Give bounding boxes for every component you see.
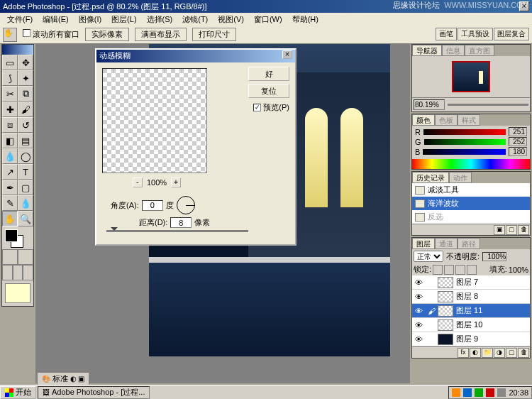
layer-row[interactable]: 👁🖌图层 11 — [412, 304, 530, 318]
tab-navigator[interactable]: 导航器 — [412, 45, 442, 56]
tab-swatches[interactable]: 色板 — [435, 114, 458, 126]
lock-transparency[interactable] — [433, 265, 443, 275]
hand-tool-icon[interactable]: ✋ — [3, 28, 17, 42]
history-item[interactable]: 海洋波纹 — [412, 197, 530, 210]
marquee-tool[interactable]: ▭ — [2, 55, 18, 70]
quick-mask-toggle[interactable] — [2, 249, 33, 265]
fill-input[interactable]: 100% — [509, 266, 528, 274]
doc-mode-indicator[interactable]: 🎨 标准 ◐ ▣ — [37, 372, 89, 386]
layer-row[interactable]: 👁图层 9 — [412, 332, 530, 346]
tab-layer-comps[interactable]: 图层复合 — [494, 28, 529, 40]
tab-layers[interactable]: 图层 — [412, 238, 435, 249]
path-tool[interactable]: ↗ — [2, 164, 18, 180]
healing-tool[interactable]: ✚ — [2, 102, 18, 117]
tray-icon[interactable] — [452, 388, 460, 397]
navigator-zoom-slider[interactable] — [448, 104, 528, 106]
wand-tool[interactable]: ✦ — [18, 70, 33, 86]
type-tool[interactable]: T — [18, 164, 33, 180]
menu-help[interactable]: 帮助(H) — [288, 13, 323, 26]
blur-tool[interactable]: 💧 — [2, 148, 18, 164]
tab-history[interactable]: 历史记录 — [412, 172, 449, 183]
filter-preview[interactable] — [102, 68, 207, 173]
history-item[interactable]: 减淡工具 — [412, 183, 530, 197]
history-brush-tool[interactable]: ↺ — [18, 117, 33, 133]
new-document-button[interactable]: ▢ — [506, 225, 517, 235]
shape-tool[interactable]: ▢ — [18, 180, 33, 195]
lock-all[interactable] — [467, 265, 477, 275]
tab-histogram[interactable]: 直方图 — [465, 45, 494, 56]
lock-image[interactable] — [444, 265, 454, 275]
opacity-input[interactable]: 100% — [482, 252, 506, 261]
new-set-button[interactable]: 📁 — [482, 348, 493, 358]
visibility-toggle[interactable]: 👁 — [412, 278, 425, 287]
lasso-tool[interactable]: ⟆ — [2, 70, 18, 86]
layer-mask-button[interactable]: ◐ — [470, 348, 481, 358]
actual-pixels-button[interactable]: 实际像素 — [85, 28, 129, 41]
color-ramp[interactable] — [412, 159, 530, 169]
foreground-background-colors[interactable] — [2, 226, 33, 249]
move-tool[interactable]: ✥ — [18, 55, 33, 70]
delete-history-button[interactable]: 🗑 — [518, 225, 529, 235]
visibility-toggle[interactable]: 👁 — [412, 293, 425, 301]
zoom-in-button[interactable]: + — [171, 177, 181, 187]
blend-mode-select[interactable]: 正常 — [414, 251, 443, 262]
dialog-close-button[interactable]: × — [282, 50, 292, 59]
tray-icon[interactable] — [497, 388, 506, 397]
b-slider[interactable] — [423, 149, 506, 155]
tray-icon[interactable] — [475, 388, 483, 397]
angle-dial[interactable] — [177, 196, 195, 214]
print-size-button[interactable]: 打印尺寸 — [192, 28, 236, 41]
dodge-tool[interactable]: ◯ — [18, 148, 33, 164]
new-snapshot-button[interactable]: ▣ — [494, 225, 505, 235]
taskbar-task[interactable]: 🖼 Adobe Photoshop - [过程... — [38, 386, 150, 399]
eraser-tool[interactable]: ◧ — [2, 133, 18, 148]
eyedropper-tool[interactable]: 💧 — [18, 195, 33, 211]
brush-tool[interactable]: 🖌 — [18, 102, 33, 117]
layer-style-button[interactable]: fx — [458, 348, 469, 358]
visibility-toggle[interactable]: 👁 — [412, 335, 425, 344]
menu-edit[interactable]: 编辑(E) — [38, 13, 73, 26]
pen-tool[interactable]: ✒ — [2, 180, 18, 195]
system-tray[interactable]: 20:38 — [448, 386, 532, 399]
menu-select[interactable]: 选择(S) — [143, 13, 177, 26]
layer-row[interactable]: 👁图层 10 — [412, 318, 530, 332]
navigator-zoom[interactable]: 80.19% — [414, 99, 445, 110]
foreground-color-swatch[interactable] — [5, 229, 18, 242]
g-value[interactable]: 252 — [509, 137, 527, 146]
tab-brushes[interactable]: 画笔 — [436, 28, 457, 40]
tab-info[interactable]: 信息 — [442, 45, 465, 56]
visibility-toggle[interactable]: 👁 — [412, 307, 425, 315]
r-value[interactable]: 251 — [509, 127, 527, 136]
zoom-tool[interactable]: 🔍 — [18, 211, 33, 226]
scroll-all-checkbox[interactable]: 滚动所有窗口 — [23, 29, 79, 40]
delete-layer-button[interactable]: 🗑 — [518, 348, 529, 358]
distance-slider[interactable] — [106, 230, 248, 232]
lock-position[interactable] — [455, 265, 465, 275]
menu-view[interactable]: 视图(V) — [214, 13, 248, 26]
tab-color[interactable]: 颜色 — [412, 114, 435, 126]
g-slider[interactable] — [424, 139, 506, 145]
gradient-tool[interactable]: ▤ — [18, 133, 33, 148]
r-slider[interactable] — [423, 129, 506, 135]
cancel-button[interactable]: 复位 — [248, 84, 289, 98]
distance-input[interactable] — [170, 217, 192, 228]
ok-button[interactable]: 好 — [248, 67, 289, 81]
adjustment-layer-button[interactable]: ◑ — [494, 348, 505, 358]
layer-row[interactable]: 👁图层 8 — [412, 290, 530, 304]
menu-filter[interactable]: 滤镜(T) — [178, 13, 212, 26]
fit-screen-button[interactable]: 满画布显示 — [135, 28, 187, 41]
navigator-thumbnail[interactable] — [452, 61, 490, 92]
tab-channels[interactable]: 通道 — [435, 238, 458, 249]
dialog-titlebar[interactable]: 动感模糊 × — [96, 50, 295, 62]
menu-layer[interactable]: 图层(L) — [107, 13, 140, 26]
menu-image[interactable]: 图像(I) — [74, 13, 106, 26]
clock[interactable]: 20:38 — [509, 388, 528, 397]
menu-file[interactable]: 文件(F) — [3, 13, 37, 26]
zoom-out-button[interactable]: - — [133, 177, 143, 187]
visibility-toggle[interactable]: 👁 — [412, 321, 425, 329]
tab-actions[interactable]: 动作 — [449, 172, 472, 183]
tray-icon[interactable] — [486, 388, 494, 397]
slice-tool[interactable]: ⧉ — [18, 86, 33, 102]
hand-tool[interactable]: ✋ — [2, 211, 18, 226]
layer-row[interactable]: 👁图层 7 — [412, 275, 530, 290]
